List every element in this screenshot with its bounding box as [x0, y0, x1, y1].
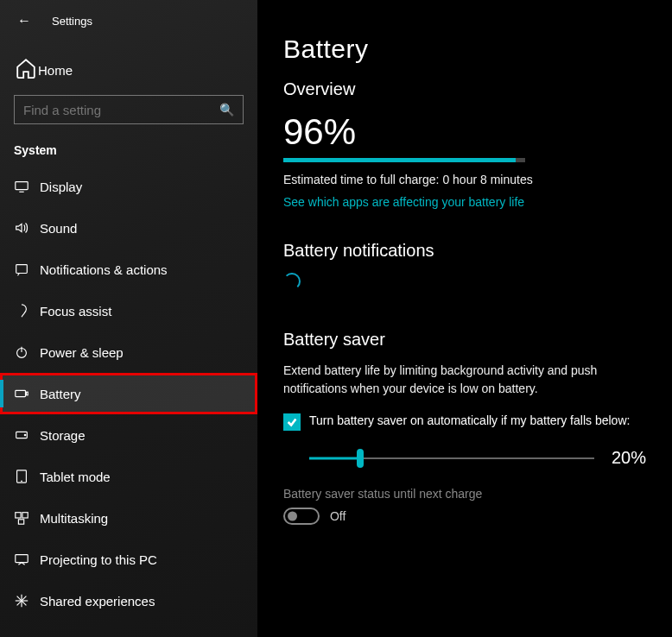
battery-threshold-slider[interactable]: [309, 450, 594, 467]
charge-time-text: Estimated time to full charge: 0 hour 8 …: [283, 173, 646, 186]
sidebar-item-label: Multitasking: [40, 511, 108, 526]
battery-icon: [14, 386, 40, 401]
auto-saver-checkbox[interactable]: [283, 413, 301, 431]
battery-saver-heading: Battery saver: [283, 330, 646, 350]
sidebar-item-multitasking[interactable]: Multitasking: [0, 497, 257, 539]
toggle-state-text: Off: [330, 509, 346, 523]
overview-heading: Overview: [283, 79, 646, 99]
sidebar-item-display[interactable]: Display: [0, 166, 257, 207]
sidebar-item-label: Power & sleep: [40, 345, 124, 360]
svg-point-8: [24, 434, 25, 435]
notifications-icon: [14, 262, 40, 277]
svg-rect-0: [16, 182, 28, 190]
auto-saver-label: Turn battery saver on automatically if m…: [309, 413, 630, 427]
sidebar-item-tablet-mode[interactable]: Tablet mode: [0, 456, 257, 497]
saver-status-toggle[interactable]: [283, 508, 320, 525]
search-input[interactable]: 🔍: [14, 95, 244, 124]
battery-progress: [283, 158, 525, 162]
svg-rect-2: [16, 265, 28, 274]
saver-status-label: Battery saver status until next charge: [283, 487, 646, 501]
sidebar-item-notifications[interactable]: Notifications & actions: [0, 249, 257, 290]
sidebar-item-label: Display: [40, 180, 82, 194]
sidebar-item-projecting[interactable]: Projecting to this PC: [0, 539, 257, 580]
home-label: Home: [38, 63, 73, 78]
svg-rect-13: [18, 520, 23, 524]
sidebar-item-power-sleep[interactable]: Power & sleep: [0, 331, 257, 373]
svg-rect-12: [22, 513, 28, 518]
sidebar-item-label: Shared experiences: [40, 594, 155, 609]
sidebar-item-focus-assist[interactable]: Focus assist: [0, 290, 257, 331]
shared-icon: [14, 593, 40, 609]
sidebar-item-label: Storage: [40, 428, 86, 443]
notifications-heading: Battery notifications: [283, 241, 646, 261]
window-title: Settings: [52, 15, 92, 28]
sidebar-section-title: System: [0, 124, 257, 166]
sidebar-item-shared-experiences[interactable]: Shared experiences: [0, 580, 257, 621]
display-icon: [14, 179, 40, 194]
svg-rect-6: [26, 392, 28, 395]
sidebar-item-label: Projecting to this PC: [40, 552, 157, 567]
titlebar: ← Settings: [0, 0, 257, 41]
focus-assist-icon: [14, 303, 40, 318]
sidebar-item-label: Tablet mode: [40, 470, 111, 484]
page-title: Battery: [283, 35, 646, 64]
battery-percentage: 96%: [283, 111, 646, 153]
svg-rect-11: [16, 513, 21, 518]
main-content: Battery Overview 96% Estimated time to f…: [257, 0, 672, 637]
sidebar: ← Settings Home 🔍 System Display Sound: [0, 0, 257, 637]
multitasking-icon: [14, 510, 40, 526]
sidebar-item-sound[interactable]: Sound: [0, 207, 257, 249]
sidebar-item-storage[interactable]: Storage: [0, 414, 257, 456]
home-button[interactable]: Home: [0, 50, 257, 90]
back-icon[interactable]: ←: [16, 13, 33, 28]
sound-icon: [14, 220, 40, 236]
slider-value: 20%: [612, 448, 646, 468]
projecting-icon: [14, 552, 40, 567]
sidebar-item-label: Sound: [40, 221, 77, 236]
sidebar-item-label: Notifications & actions: [40, 262, 168, 277]
power-icon: [14, 344, 40, 360]
battery-saver-description: Extend battery life by limiting backgrou…: [283, 362, 646, 398]
svg-rect-5: [16, 390, 26, 396]
tablet-icon: [14, 469, 40, 484]
slider-thumb[interactable]: [357, 449, 364, 468]
home-icon: [14, 56, 38, 84]
battery-apps-link[interactable]: See which apps are affecting your batter…: [283, 195, 524, 209]
sidebar-item-label: Battery: [40, 387, 81, 401]
storage-icon: [14, 427, 40, 443]
search-field[interactable]: [23, 103, 219, 117]
search-icon: 🔍: [219, 103, 234, 117]
sidebar-item-battery[interactable]: Battery: [0, 373, 257, 414]
svg-rect-14: [16, 555, 28, 563]
loading-spinner-icon: [283, 273, 301, 290]
sidebar-item-label: Focus assist: [40, 304, 111, 318]
